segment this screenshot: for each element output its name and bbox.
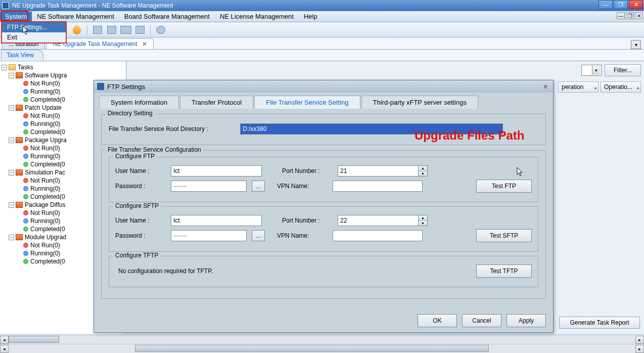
tree-toggle[interactable]: −: [9, 138, 14, 143]
maximize-button[interactable]: ❐: [614, 0, 628, 9]
dropdown-ftp-settings[interactable]: FTP Settings...: [2, 22, 66, 32]
tab-third-party-xftp[interactable]: Third-party xFTP server settings: [361, 96, 478, 109]
directory-setting-title: Directory Setting: [106, 110, 155, 117]
scroll-right-icon-2[interactable]: ▸: [635, 345, 644, 353]
tree-toggle[interactable]: −: [9, 105, 14, 111]
tree-status-label[interactable]: Completed(0: [30, 193, 65, 200]
ftp-pass-browse[interactable]: ...: [252, 181, 265, 192]
tree-toggle[interactable]: −: [9, 202, 14, 208]
toolbar-shield-icon[interactable]: [71, 24, 83, 36]
taskview-strip: Task View: [0, 50, 644, 61]
filter-combo[interactable]: ▾: [581, 65, 602, 76]
configure-ftp-title: Configure FTP: [113, 153, 157, 160]
tree-status-label[interactable]: Completed(0: [30, 226, 65, 233]
generate-report-button[interactable]: Generate Task Report: [559, 317, 640, 329]
sftp-user-input[interactable]: [171, 215, 262, 226]
apply-button[interactable]: Apply: [507, 314, 546, 327]
tree-status-label[interactable]: Running(0): [30, 185, 60, 192]
sftp-vpn-input[interactable]: [333, 230, 423, 241]
scroll-left-icon-2[interactable]: ◂: [0, 345, 9, 353]
close-button[interactable]: ✕: [629, 0, 643, 9]
tree-status-label[interactable]: Running(0): [30, 120, 60, 127]
tree-status-label[interactable]: Running(0): [30, 153, 60, 160]
status-dot-icon: [23, 89, 28, 94]
tab-transfer-protocol[interactable]: Transfer Protocol: [180, 96, 253, 109]
tree-status-label[interactable]: Not Run(0): [30, 145, 60, 152]
system-dropdown: FTP Settings... Exit: [1, 21, 67, 43]
tab-file-transfer-setting[interactable]: File Transfer Service Setting: [254, 96, 360, 109]
tree-status-label[interactable]: Completed(0: [30, 258, 65, 265]
tree-status-label[interactable]: Completed(0: [30, 161, 65, 168]
toolbar-btn-1[interactable]: [91, 24, 104, 36]
tree-status-label[interactable]: Completed(0: [30, 128, 65, 136]
column-operation-1[interactable]: peration▴: [558, 81, 599, 93]
sftp-port-spinner[interactable]: ▲▼: [419, 215, 428, 226]
test-sftp-button[interactable]: Test SFTP: [476, 229, 532, 242]
toolbar-btn-2[interactable]: [106, 24, 118, 36]
tree-status-label[interactable]: Running(0): [30, 250, 60, 257]
tree-status-label[interactable]: Running(0): [30, 88, 60, 95]
mdi-restore[interactable]: ❐: [626, 12, 634, 19]
tree-status-label[interactable]: Not Run(0): [30, 112, 60, 119]
tab-close-icon[interactable]: ✕: [142, 40, 147, 48]
mdi-minimize[interactable]: —: [617, 12, 625, 19]
cancel-button[interactable]: Cancel: [462, 314, 501, 327]
root-directory-input[interactable]: [240, 123, 503, 135]
scroll-right-icon[interactable]: ▸: [635, 336, 644, 344]
taskview-tab[interactable]: Task View: [1, 50, 43, 60]
tree-root-label[interactable]: Tasks: [18, 64, 33, 71]
tree-status-label[interactable]: Not Run(0): [30, 209, 60, 216]
configure-tftp-group: Configure TFTP No configuration required…: [109, 256, 538, 287]
filter-button[interactable]: Filter...: [605, 64, 641, 76]
tree-toggle-root[interactable]: −: [2, 65, 7, 70]
hscroll-content[interactable]: ◂ ▸: [0, 344, 644, 353]
menu-ne-license[interactable]: NE License Management: [215, 12, 299, 21]
sftp-pass-browse[interactable]: ...: [252, 230, 265, 241]
status-dot-icon: [23, 97, 28, 102]
tree-group-label[interactable]: Software Upgra: [25, 72, 67, 79]
test-tftp-button[interactable]: Test TFTP: [476, 264, 532, 278]
tree-status-label[interactable]: Not Run(0): [30, 242, 60, 249]
tree-toggle[interactable]: −: [9, 170, 14, 175]
ftp-vpn-input[interactable]: [333, 181, 423, 192]
tree-group-label[interactable]: Package Diffus: [25, 201, 66, 208]
ok-button[interactable]: OK: [418, 314, 457, 327]
menu-system[interactable]: System: [0, 12, 32, 21]
mdi-close[interactable]: ✕: [635, 12, 643, 19]
tree-group-label[interactable]: Package Upgra: [25, 137, 67, 144]
menu-help[interactable]: Help: [299, 12, 323, 21]
tree-group-label[interactable]: Module Upgrad: [25, 234, 66, 241]
tree-status-label[interactable]: Not Run(0): [30, 177, 60, 184]
tree-group-label[interactable]: Simulation Pac: [25, 169, 65, 176]
toolbar-refresh-icon[interactable]: [155, 24, 167, 36]
test-ftp-button[interactable]: Test FTP: [476, 180, 532, 193]
tree-toggle[interactable]: −: [9, 235, 14, 240]
ftp-pass-input[interactable]: [171, 181, 247, 192]
tree-group-label[interactable]: Patch Update: [25, 104, 62, 111]
dialog-title-bar[interactable]: FTP Settings ✕: [94, 80, 553, 93]
hscroll-tree[interactable]: ◂ ▸: [0, 335, 644, 344]
toolbar-btn-4[interactable]: [134, 24, 146, 36]
tree-status-label[interactable]: Not Run(0): [30, 80, 60, 87]
menu-ne-software[interactable]: NE Software Management: [32, 12, 119, 21]
menu-board-software[interactable]: Board Software Management: [119, 12, 215, 21]
ftp-port-input[interactable]: [338, 165, 419, 176]
toolbar-btn-3[interactable]: [120, 24, 132, 36]
dropdown-exit[interactable]: Exit: [2, 32, 66, 42]
package-icon: [16, 137, 23, 143]
sftp-pass-input[interactable]: [171, 230, 247, 241]
column-operation-2[interactable]: Operatio...▴: [601, 81, 641, 93]
minimize-button[interactable]: —: [599, 0, 613, 9]
tab-overflow-dropdown[interactable]: ▾: [631, 40, 641, 49]
scroll-left-icon[interactable]: ◂: [0, 336, 9, 344]
tree-status-label[interactable]: Completed(0: [30, 96, 65, 103]
dialog-close-icon[interactable]: ✕: [541, 82, 550, 91]
ftp-port-spinner[interactable]: ▲▼: [419, 165, 428, 176]
status-dot-icon: [23, 218, 28, 224]
tree-toggle[interactable]: −: [9, 73, 14, 78]
ftp-user-input[interactable]: [171, 165, 262, 176]
tree-status-label[interactable]: Running(0): [30, 217, 60, 225]
ftp-vpn-label: VPN Name:: [277, 183, 328, 190]
tab-system-info[interactable]: System Information: [99, 96, 179, 109]
sftp-port-input[interactable]: [338, 215, 419, 226]
